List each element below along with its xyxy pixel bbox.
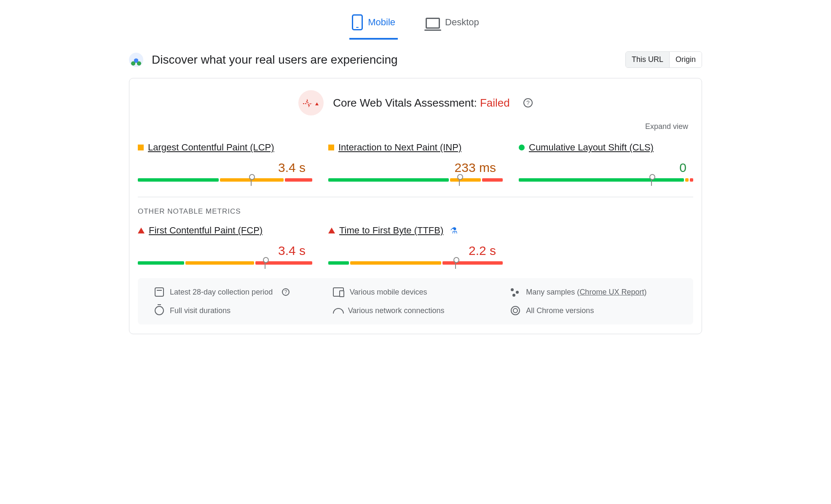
metric-ttfb: Time to First Byte (TTFB) ⚗ 2.2 s [328,225,503,265]
info-panel: Latest 28-day collection period ? Variou… [138,278,693,324]
period-help-icon[interactable]: ? [282,288,290,296]
samples-icon [511,287,520,297]
mobile-icon [352,14,363,30]
ttfb-bar [328,261,503,265]
info-period: Latest 28-day collection period ? [155,287,320,297]
other-metrics-heading: OTHER NOTABLE METRICS [138,207,693,216]
lcp-value: 3.4 s [138,161,312,175]
metric-empty [519,225,693,265]
warn-square-icon [138,145,144,150]
assessment-help-icon[interactable]: ? [523,98,533,107]
stopwatch-icon [155,306,164,315]
tab-desktop[interactable]: Desktop [423,10,482,40]
inp-bar [328,178,503,182]
ttfb-value: 2.2 s [328,244,503,258]
cls-link[interactable]: Cumulative Layout Shift (CLS) [529,142,654,153]
desktop-icon [426,18,440,29]
chrome-icon [511,306,520,315]
vitals-card: Core Web Vitals Assessment: Failed ? Exp… [129,78,702,334]
fcp-link[interactable]: First Contentful Paint (FCP) [149,225,263,236]
lcp-bar [138,178,312,182]
tab-desktop-label: Desktop [445,17,479,28]
assessment-text: Core Web Vitals Assessment: Failed [333,97,510,110]
vitals-pulse-icon [298,90,324,115]
devices-icon [333,287,344,297]
cls-bar [519,178,693,182]
good-dot-icon [519,145,525,150]
scope-toggle: This URL Origin [625,51,702,68]
metric-lcp: Largest Contentful Paint (LCP) 3.4 s [138,142,312,182]
info-durations: Full visit durations [155,306,320,315]
bad-triangle-icon [138,228,145,233]
calendar-icon [155,287,164,297]
bad-triangle-icon [328,228,335,233]
inp-value: 233 ms [328,161,503,175]
scope-this-url[interactable]: This URL [626,52,669,67]
info-devices: Various mobile devices [333,287,499,297]
crux-logo-icon [129,53,143,67]
info-network: Various network connections [333,306,499,315]
inp-link[interactable]: Interaction to Next Paint (INP) [338,142,461,153]
info-versions: All Chrome versions [511,306,676,315]
page-title: Discover what your real users are experi… [152,53,398,67]
expand-view-link[interactable]: Expand view [645,122,688,131]
metric-cls: Cumulative Layout Shift (CLS) 0 [519,142,693,182]
lcp-link[interactable]: Largest Contentful Paint (LCP) [148,142,274,153]
metric-inp: Interaction to Next Paint (INP) 233 ms [328,142,503,182]
cls-value: 0 [519,161,693,175]
tab-mobile[interactable]: Mobile [349,10,398,40]
info-samples: Many samples (Chrome UX Report) [511,287,676,297]
ttfb-link[interactable]: Time to First Byte (TTFB) [339,225,443,236]
tab-mobile-label: Mobile [368,17,395,28]
scope-origin[interactable]: Origin [669,52,702,67]
network-icon [333,306,342,315]
experimental-flask-icon: ⚗ [450,225,458,236]
metric-fcp: First Contentful Paint (FCP) 3.4 s [138,225,312,265]
fcp-bar [138,261,312,265]
crux-report-link[interactable]: Chrome UX Report [579,288,644,296]
device-tabs: Mobile Desktop [129,10,702,40]
assessment-row: Core Web Vitals Assessment: Failed ? [138,90,693,115]
fcp-value: 3.4 s [138,244,312,258]
warn-square-icon [328,145,334,150]
